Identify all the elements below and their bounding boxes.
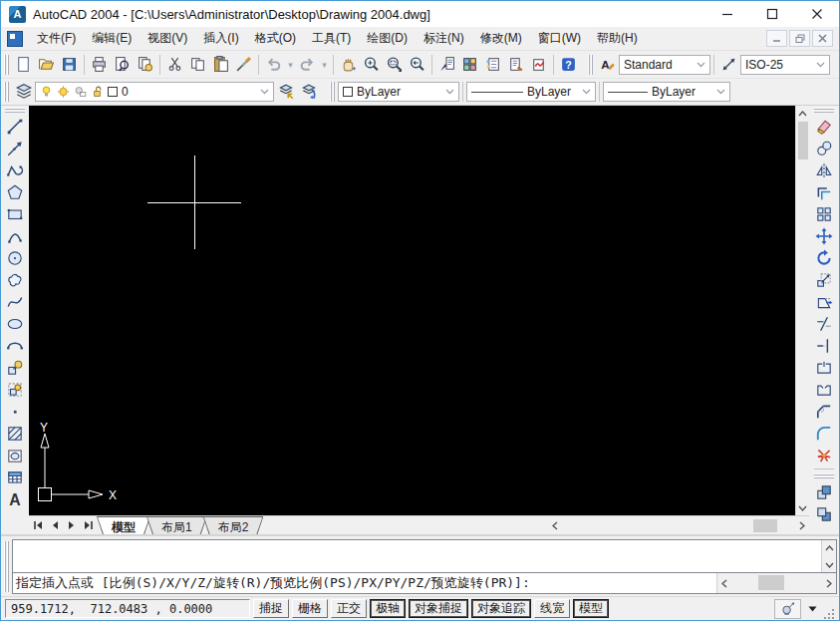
layer-combo[interactable]: 0	[35, 82, 274, 102]
history-scroll-down-button[interactable]	[822, 557, 836, 572]
command-input-scrollbar[interactable]	[716, 573, 836, 593]
menu-edit[interactable]: 编辑(E)	[84, 27, 140, 50]
insert-block-button[interactable]	[3, 357, 27, 379]
close-button[interactable]	[794, 1, 839, 27]
vertical-scrollbar[interactable]	[795, 106, 809, 515]
erase-button[interactable]	[812, 116, 836, 138]
drawing-canvas[interactable]: Y X	[29, 106, 795, 515]
rotate-button[interactable]	[812, 247, 836, 269]
undo-dropdown[interactable]: ▾	[285, 53, 296, 76]
child-minimize-button[interactable]	[766, 30, 787, 47]
redo-dropdown[interactable]: ▾	[319, 53, 330, 76]
zoom-window-button[interactable]	[383, 53, 406, 76]
input-scroll-left-button[interactable]	[717, 576, 731, 591]
array-button[interactable]	[812, 203, 836, 225]
trim-button[interactable]	[812, 313, 836, 335]
polyline-button[interactable]	[3, 159, 27, 181]
scroll-right-button[interactable]	[795, 518, 809, 533]
communication-center-button[interactable]	[774, 599, 801, 619]
construction-line-button[interactable]	[3, 138, 27, 159]
arc-button[interactable]	[3, 225, 27, 247]
tool-palettes-button[interactable]	[481, 53, 504, 76]
command-window-grip[interactable]	[4, 541, 9, 592]
maximize-button[interactable]	[749, 1, 794, 27]
stretch-button[interactable]	[812, 291, 836, 313]
toolbar-grip[interactable]	[4, 82, 9, 102]
dim-style-button[interactable]	[717, 53, 740, 76]
minimize-button[interactable]	[704, 1, 749, 27]
toolbar-grip[interactable]	[814, 108, 834, 113]
horizontal-scroll-thumb[interactable]	[753, 519, 777, 532]
window-resize-grip[interactable]	[823, 608, 835, 620]
toolbar-grip[interactable]	[814, 473, 834, 478]
make-object-layer-current-button[interactable]	[274, 81, 297, 104]
toolbar-grip[interactable]	[4, 55, 9, 75]
publish-button[interactable]	[134, 53, 156, 76]
sheet-set-manager-button[interactable]	[504, 53, 527, 76]
circle-button[interactable]	[3, 247, 27, 269]
plot-button[interactable]	[88, 53, 111, 76]
break-at-point-button[interactable]	[812, 357, 836, 379]
revision-cloud-button[interactable]	[3, 269, 27, 291]
pan-realtime-button[interactable]	[337, 53, 360, 76]
menu-view[interactable]: 视图(V)	[140, 27, 195, 50]
toggle-lineweight[interactable]: 线宽	[534, 599, 570, 618]
bring-to-front-button[interactable]	[812, 481, 836, 503]
copy-object-button[interactable]	[812, 138, 836, 159]
menu-tools[interactable]: 工具(T)	[304, 27, 359, 50]
tab-layout1[interactable]: 布局1	[147, 517, 206, 534]
menu-help[interactable]: 帮助(H)	[589, 27, 646, 50]
line-button[interactable]	[3, 116, 27, 138]
make-block-button[interactable]	[3, 379, 27, 401]
save-button[interactable]	[58, 53, 81, 76]
toggle-model[interactable]: 模型	[573, 599, 609, 618]
plot-preview-button[interactable]	[111, 53, 134, 76]
toolbar-grip[interactable]	[588, 55, 593, 75]
toggle-snap[interactable]: 捕捉	[253, 599, 289, 618]
history-scroll-up-button[interactable]	[822, 540, 836, 555]
designcenter-button[interactable]	[458, 53, 481, 76]
break-button[interactable]	[812, 379, 836, 401]
tab-model[interactable]: 模型	[98, 517, 149, 534]
toggle-osnap[interactable]: 对象捕捉	[409, 599, 468, 618]
scroll-down-button[interactable]	[796, 500, 810, 515]
input-scroll-thumb[interactable]	[758, 575, 784, 590]
linetype-combo[interactable]: ByLayer	[466, 82, 596, 102]
menu-format[interactable]: 格式(O)	[247, 27, 304, 50]
menu-window[interactable]: 窗口(W)	[530, 27, 589, 50]
new-button[interactable]	[12, 53, 35, 76]
zoom-realtime-button[interactable]	[360, 53, 383, 76]
layer-previous-button[interactable]	[297, 81, 320, 104]
command-history-scrollbar[interactable]	[821, 540, 836, 572]
point-button[interactable]	[3, 401, 27, 423]
vertical-scroll-thumb[interactable]	[798, 122, 808, 159]
properties-button[interactable]	[435, 53, 458, 76]
layer-manager-button[interactable]	[12, 81, 35, 104]
coordinate-readout[interactable]: 959.1712, 712.0483 , 0.0000	[5, 599, 250, 618]
toggle-grid[interactable]: 栅格	[292, 599, 328, 618]
scroll-up-button[interactable]	[796, 106, 810, 121]
tab-first-button[interactable]	[29, 516, 46, 534]
dim-style-combo[interactable]: ISO-25	[740, 55, 830, 75]
tab-layout2[interactable]: 布局2	[204, 517, 263, 534]
menu-insert[interactable]: 插入(I)	[195, 27, 246, 50]
toggle-otrack[interactable]: 对象追踪	[471, 599, 531, 618]
redo-button[interactable]	[296, 53, 319, 76]
status-dropdown-button[interactable]	[804, 606, 820, 612]
explode-button[interactable]	[812, 445, 836, 466]
mirror-button[interactable]	[812, 159, 836, 181]
move-button[interactable]	[812, 225, 836, 247]
horizontal-scrollbar[interactable]	[548, 516, 809, 534]
toolbar-grip[interactable]	[5, 108, 25, 113]
cut-button[interactable]	[163, 53, 186, 76]
toggle-polar[interactable]: 极轴	[370, 599, 406, 618]
child-restore-button[interactable]	[789, 30, 810, 47]
command-input-line[interactable]: 指定插入点或 [比例(S)/X/Y/Z/旋转(R)/预览比例(PS)/PX/PY…	[13, 572, 836, 593]
menu-dimension[interactable]: 标注(N)	[416, 27, 472, 50]
match-properties-button[interactable]	[232, 53, 255, 76]
ellipse-button[interactable]	[3, 313, 27, 335]
copy-button[interactable]	[186, 53, 209, 76]
tab-next-button[interactable]	[63, 516, 80, 534]
send-to-back-button[interactable]	[812, 503, 836, 525]
table-button[interactable]	[3, 466, 27, 488]
